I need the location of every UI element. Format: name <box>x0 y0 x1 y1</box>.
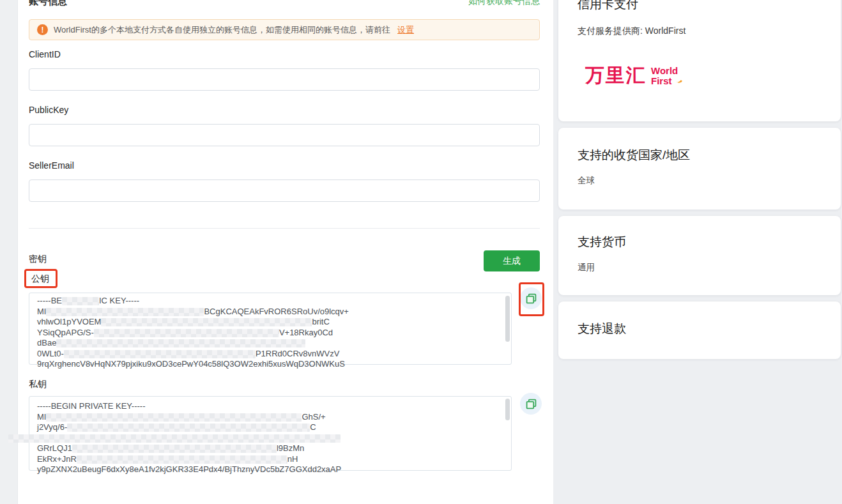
key-text-line: -----BEGIN PRIVATE KEY----- <box>37 401 502 412</box>
copy-icon <box>526 399 537 409</box>
card-body: 通用 <box>578 262 595 273</box>
card-title: 支持的收货国家/地区 <box>578 147 690 164</box>
clientid-label: ClientID <box>29 49 61 59</box>
card-title: 支持退款 <box>578 321 626 337</box>
private-key-textarea[interactable]: -----BEGIN PRIVATE KEY-----MIGhS/+j2Vyq/… <box>29 396 512 471</box>
copy-public-key-button[interactable] <box>520 287 542 309</box>
key-text-line: MIBCgKCAQEAkFvROR6SRoUv/o9lcqv+ <box>37 307 502 317</box>
key-text-line: GRrLQJ1l9BzMn <box>37 443 502 454</box>
banner-text: WorldFirst的多个本地支付方式各自使用独立的账号信息，如需使用相同的账号… <box>54 24 390 36</box>
key-text-line: y9pZXNX2uBeugF6dxXy8eA1fv2kjGKR33E4Pdx4/… <box>37 464 502 475</box>
main-panel: 账号信息 如何获取账号信息 ! WorldFirst的多个本地支付方式各自使用独… <box>18 0 553 504</box>
key-text-line: YSiqQpAPG/S-V+18Rkay0Cd <box>37 328 502 339</box>
redaction-blur <box>8 434 341 443</box>
key-text-line: 9rqXrghencV8vHqNX79pjxiku9xOD3cePwY04c58… <box>37 359 502 370</box>
publickey-input[interactable] <box>29 124 540 146</box>
redaction-blur <box>46 308 204 316</box>
redaction-blur <box>67 424 310 432</box>
info-banner: ! WorldFirst的多个本地支付方式各自使用独立的账号信息，如需使用相同的… <box>29 19 540 40</box>
key-text-line: 0WLt0-P1RRd0CRv8vnWVzV <box>37 349 502 360</box>
redaction-blur <box>62 297 99 305</box>
key-text-line: EkRx+JnRnH <box>37 454 502 465</box>
key-text-line <box>37 433 502 444</box>
worldfirst-logo: 万里汇 World First <box>585 63 678 89</box>
card-supported-currencies: 支持货币 通用 <box>558 216 841 295</box>
copy-private-key-button[interactable] <box>520 393 542 415</box>
secret-key-label: 密钥 <box>29 254 47 265</box>
card-supported-countries: 支持的收货国家/地区 全球 <box>558 128 841 210</box>
redaction-blur <box>101 318 312 326</box>
card-title: 信用卡支付 <box>578 0 638 13</box>
logo-en-line1: World <box>651 66 678 76</box>
left-gutter <box>0 0 18 504</box>
redaction-blur <box>64 350 256 358</box>
redaction-blur <box>77 455 287 464</box>
logo-cn-text: 万里汇 <box>585 63 647 89</box>
redaction-blur <box>46 413 302 422</box>
exclamation-circle-icon: ! <box>37 24 48 35</box>
help-link[interactable]: 如何获取账号信息 <box>468 0 540 7</box>
scrollbar-thumb[interactable] <box>505 296 510 342</box>
card-title: 支持货币 <box>578 234 626 250</box>
settings-link[interactable]: 设置 <box>397 24 414 36</box>
key-text-line: vhlwOl1pYVOEMbritC <box>37 317 502 328</box>
redaction-blur <box>94 329 279 337</box>
copy-icon <box>526 293 537 304</box>
redaction-blur <box>56 339 305 347</box>
logo-en-text: World First <box>651 66 678 86</box>
card-credit-card-payment: 信用卡支付 支付服务提供商: WorldFirst 万里汇 World Firs… <box>558 0 841 121</box>
sidebar: 信用卡支付 支付服务提供商: WorldFirst 万里汇 World Firs… <box>553 0 842 504</box>
publickey-label: PublicKey <box>29 105 68 115</box>
logo-en-line2: First <box>651 76 678 86</box>
key-text-line: MIGhS/+ <box>37 412 502 423</box>
key-text-line: dBae <box>37 338 502 349</box>
selleremail-label: SellerEmail <box>29 160 74 171</box>
public-key-label: 公钥 <box>31 273 49 285</box>
scrollbar-thumb[interactable] <box>505 399 510 420</box>
section-divider <box>29 228 540 229</box>
public-key-textarea[interactable]: -----BEIC KEY-----MIBCgKCAQEAkFvROR6SRoU… <box>29 293 512 365</box>
page-title: 账号信息 <box>29 0 67 8</box>
key-text-line: j2Vyq/6-C <box>37 422 502 433</box>
private-key-label: 私钥 <box>29 379 47 390</box>
generate-button[interactable]: 生成 <box>484 250 540 271</box>
card-body: 全球 <box>578 175 595 187</box>
provider-text: 支付服务提供商: WorldFirst <box>578 26 685 37</box>
redaction-blur <box>72 445 277 453</box>
key-text-line: -----BEIC KEY----- <box>37 296 502 307</box>
card-supports-refund: 支持退款 <box>558 302 841 359</box>
selleremail-input[interactable] <box>29 179 540 202</box>
clientid-input[interactable] <box>29 68 540 91</box>
